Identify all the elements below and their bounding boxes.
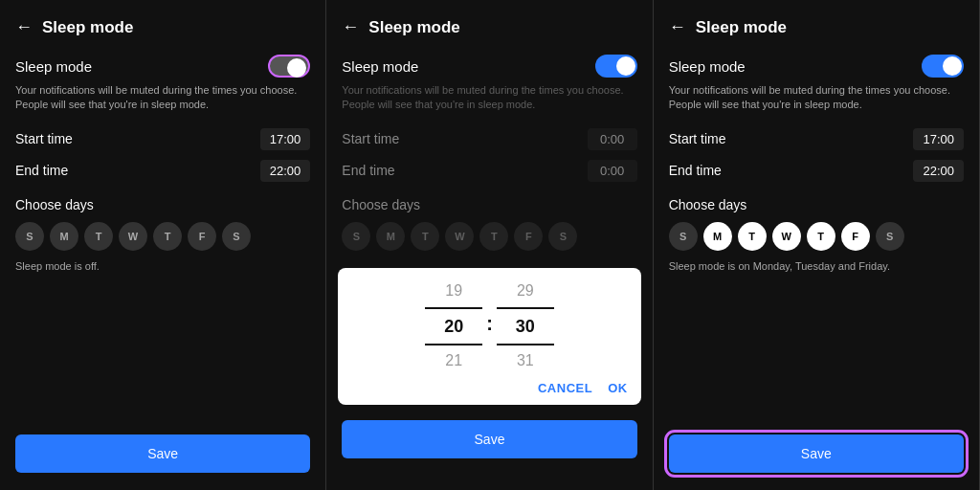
status-text-1: Sleep mode is off. — [15, 260, 310, 272]
day-btn-t-2[interactable]: T — [411, 222, 439, 251]
start-time-value-3[interactable]: 17:00 — [913, 128, 964, 150]
end-time-row-2: End time 0:00 — [342, 160, 636, 182]
picker-actions: CANCEL OK — [338, 375, 640, 399]
panel1-header: ← Sleep mode — [15, 17, 310, 37]
sleep-mode-row-3: Sleep mode — [669, 55, 964, 78]
sleep-mode-toggle-1[interactable] — [268, 55, 310, 78]
day-btn-t2-3[interactable]: T — [807, 222, 835, 251]
hour-after[interactable]: 21 — [425, 347, 482, 375]
end-time-row-1: End time 22:00 — [15, 160, 310, 182]
choose-days-label-3: Choose days — [669, 197, 964, 212]
day-btn-f-2[interactable]: F — [514, 222, 543, 251]
start-time-label-2: Start time — [342, 131, 399, 146]
sleep-mode-label-2: Sleep mode — [342, 58, 418, 75]
end-time-label-2: End time — [342, 163, 394, 178]
start-time-value-2[interactable]: 0:00 — [588, 128, 637, 150]
day-btn-s1-2[interactable]: S — [342, 222, 370, 251]
cancel-button[interactable]: CANCEL — [538, 381, 592, 395]
start-time-label-1: Start time — [15, 131, 73, 146]
day-btn-s2-1[interactable]: S — [222, 222, 251, 251]
panel1-title: Sleep mode — [42, 18, 133, 37]
start-time-label-3: Start time — [669, 131, 726, 146]
start-time-row-3: Start time 17:00 — [669, 128, 964, 150]
end-time-row-3: End time 22:00 — [669, 160, 964, 182]
back-arrow-icon-2[interactable]: ← — [342, 17, 359, 37]
day-btn-s2-2[interactable]: S — [548, 222, 577, 251]
day-btn-t2-1[interactable]: T — [153, 222, 182, 251]
save-button-2[interactable]: Save — [342, 420, 636, 458]
sleep-mode-label-1: Sleep mode — [15, 58, 92, 75]
minute-after[interactable]: 31 — [497, 347, 554, 375]
minute-before[interactable]: 29 — [497, 278, 554, 305]
day-btn-w1[interactable]: W — [119, 222, 147, 251]
panel2-header: ← Sleep mode — [342, 17, 636, 37]
panel-3: ← Sleep mode Sleep mode Your notificatio… — [654, 0, 980, 490]
day-btn-m-3[interactable]: M — [703, 222, 732, 251]
end-time-label-1: End time — [15, 163, 68, 178]
day-btn-t2-2[interactable]: T — [479, 222, 508, 251]
toggle-knob-2 — [616, 56, 635, 76]
day-btn-s2-3[interactable]: S — [876, 222, 904, 251]
choose-days-label-1: Choose days — [15, 197, 310, 212]
end-time-value-2[interactable]: 0:00 — [588, 160, 637, 182]
panel-2: ← Sleep mode Sleep mode Your notificatio… — [326, 0, 653, 490]
panel3-title: Sleep mode — [696, 18, 787, 37]
time-picker-dialog: 19 20 21 : 29 30 31 CANCEL OK — [338, 268, 640, 405]
hour-column: 19 20 21 — [425, 278, 482, 375]
panel2-title: Sleep mode — [368, 18, 459, 37]
day-btn-m-2[interactable]: M — [376, 222, 405, 251]
panel3-header: ← Sleep mode — [669, 17, 964, 37]
choose-days-label-2: Choose days — [342, 197, 636, 212]
description-1: Your notifications will be muted during … — [15, 83, 310, 113]
day-btn-s1-3[interactable]: S — [669, 222, 698, 251]
days-row-1: S M T W T F S — [15, 222, 310, 251]
day-btn-s1[interactable]: S — [15, 222, 44, 251]
hour-selected[interactable]: 20 — [425, 307, 482, 345]
toggle-knob-3 — [943, 56, 962, 76]
sleep-mode-row-1: Sleep mode — [15, 55, 310, 78]
colon-separator: : — [482, 313, 497, 335]
day-btn-w-3[interactable]: W — [772, 222, 801, 251]
save-button-1[interactable]: Save — [15, 434, 310, 473]
sleep-mode-row-2: Sleep mode — [342, 55, 636, 78]
start-time-value-1[interactable]: 17:00 — [260, 128, 311, 150]
sleep-mode-label-3: Sleep mode — [669, 58, 746, 75]
end-time-value-1[interactable]: 22:00 — [260, 160, 311, 182]
day-btn-f1[interactable]: F — [188, 222, 216, 251]
panel-1: ← Sleep mode Sleep mode Your notificatio… — [0, 0, 326, 490]
day-btn-w-2[interactable]: W — [445, 222, 474, 251]
sleep-mode-toggle-3[interactable] — [922, 55, 964, 78]
end-time-label-3: End time — [669, 163, 722, 178]
sleep-mode-toggle-2[interactable] — [595, 55, 637, 78]
hour-before[interactable]: 19 — [425, 278, 482, 305]
start-time-row-1: Start time 17:00 — [15, 128, 310, 150]
description-2: Your notifications will be muted during … — [342, 83, 636, 113]
day-btn-t1[interactable]: T — [84, 222, 113, 251]
minute-selected[interactable]: 30 — [497, 307, 554, 345]
back-arrow-icon-3[interactable]: ← — [669, 17, 686, 37]
back-arrow-icon[interactable]: ← — [15, 17, 33, 37]
days-row-2: S M T W T F S — [342, 222, 636, 251]
minute-column: 29 30 31 — [497, 278, 554, 375]
toggle-knob-1 — [287, 58, 306, 78]
ok-button[interactable]: OK — [608, 381, 628, 395]
day-btn-t-3[interactable]: T — [738, 222, 767, 251]
days-row-3: S M T W T F S — [669, 222, 964, 251]
day-btn-m1[interactable]: M — [50, 222, 78, 251]
start-time-row-2: Start time 0:00 — [342, 128, 636, 150]
day-btn-f-3[interactable]: F — [841, 222, 870, 251]
status-text-3: Sleep mode is on Monday, Tuesday and Fri… — [669, 260, 964, 272]
time-picker-overlay: 19 20 21 : 29 30 31 CANCEL OK — [342, 260, 636, 412]
picker-columns: 19 20 21 : 29 30 31 — [338, 278, 640, 375]
save-button-3[interactable]: Save — [669, 434, 964, 473]
end-time-value-3[interactable]: 22:00 — [913, 160, 964, 182]
description-3: Your notifications will be muted during … — [669, 83, 964, 113]
